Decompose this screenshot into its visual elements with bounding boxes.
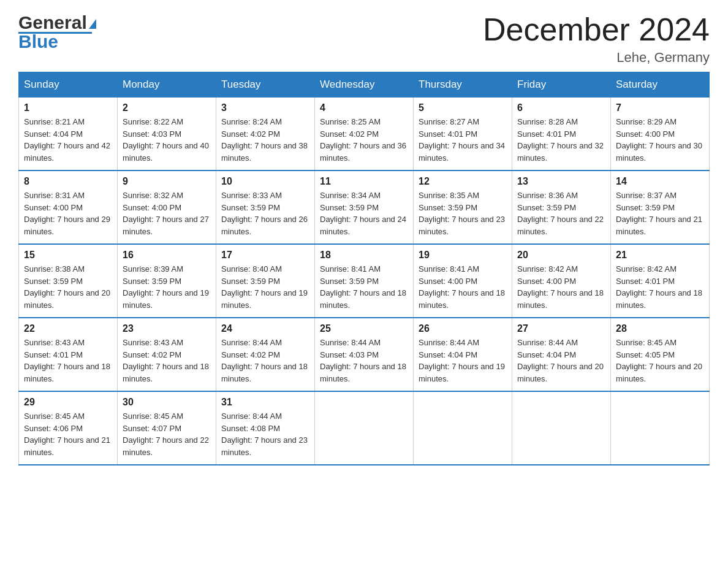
logo-general-text: General bbox=[18, 12, 87, 33]
calendar-week-3: 15 Sunrise: 8:38 AM Sunset: 3:59 PM Dayl… bbox=[19, 244, 710, 318]
day-info: Sunrise: 8:37 AM Sunset: 3:59 PM Dayligh… bbox=[616, 190, 704, 237]
title-area: December 2024 Lehe, Germany bbox=[483, 12, 710, 66]
day-number: 1 bbox=[24, 102, 112, 113]
col-monday: Monday bbox=[118, 72, 216, 98]
table-row: 2 Sunrise: 8:22 AM Sunset: 4:03 PM Dayli… bbox=[118, 98, 216, 171]
day-info: Sunrise: 8:39 AM Sunset: 3:59 PM Dayligh… bbox=[123, 263, 211, 311]
day-number: 14 bbox=[616, 176, 704, 187]
day-number: 21 bbox=[616, 250, 704, 261]
calendar-header-row: Sunday Monday Tuesday Wednesday Thursday… bbox=[19, 72, 710, 98]
day-number: 4 bbox=[320, 102, 408, 113]
day-number: 12 bbox=[419, 176, 507, 187]
day-info: Sunrise: 8:38 AM Sunset: 3:59 PM Dayligh… bbox=[24, 263, 112, 311]
table-row: 16 Sunrise: 8:39 AM Sunset: 3:59 PM Dayl… bbox=[118, 244, 216, 318]
table-row: 7 Sunrise: 8:29 AM Sunset: 4:00 PM Dayli… bbox=[611, 98, 710, 171]
table-row: 1 Sunrise: 8:21 AM Sunset: 4:04 PM Dayli… bbox=[19, 98, 118, 171]
day-info: Sunrise: 8:22 AM Sunset: 4:03 PM Dayligh… bbox=[123, 116, 211, 164]
day-info: Sunrise: 8:45 AM Sunset: 4:05 PM Dayligh… bbox=[616, 337, 704, 385]
table-row: 23 Sunrise: 8:43 AM Sunset: 4:02 PM Dayl… bbox=[118, 318, 216, 391]
day-number: 24 bbox=[221, 323, 309, 334]
table-row: 11 Sunrise: 8:34 AM Sunset: 3:59 PM Dayl… bbox=[315, 170, 414, 244]
day-info: Sunrise: 8:43 AM Sunset: 4:02 PM Dayligh… bbox=[123, 337, 211, 385]
col-sunday: Sunday bbox=[19, 72, 118, 98]
table-row: 24 Sunrise: 8:44 AM Sunset: 4:02 PM Dayl… bbox=[216, 318, 315, 391]
table-row: 5 Sunrise: 8:27 AM Sunset: 4:01 PM Dayli… bbox=[414, 98, 512, 171]
table-row: 17 Sunrise: 8:40 AM Sunset: 3:59 PM Dayl… bbox=[216, 244, 315, 318]
table-row: 27 Sunrise: 8:44 AM Sunset: 4:04 PM Dayl… bbox=[512, 318, 611, 391]
table-row: 26 Sunrise: 8:44 AM Sunset: 4:04 PM Dayl… bbox=[414, 318, 512, 391]
logo-blue-text: Blue bbox=[18, 31, 58, 52]
day-number: 3 bbox=[221, 102, 309, 113]
calendar-week-1: 1 Sunrise: 8:21 AM Sunset: 4:04 PM Dayli… bbox=[19, 98, 710, 171]
day-number: 13 bbox=[517, 176, 605, 187]
day-info: Sunrise: 8:33 AM Sunset: 3:59 PM Dayligh… bbox=[221, 190, 309, 237]
table-row: 29 Sunrise: 8:45 AM Sunset: 4:06 PM Dayl… bbox=[19, 391, 118, 465]
day-number: 25 bbox=[320, 323, 408, 334]
day-info: Sunrise: 8:27 AM Sunset: 4:01 PM Dayligh… bbox=[419, 116, 507, 164]
table-row: 14 Sunrise: 8:37 AM Sunset: 3:59 PM Dayl… bbox=[611, 170, 710, 244]
day-info: Sunrise: 8:41 AM Sunset: 4:00 PM Dayligh… bbox=[419, 263, 507, 311]
col-wednesday: Wednesday bbox=[315, 72, 414, 98]
day-number: 23 bbox=[123, 323, 211, 334]
day-number: 31 bbox=[221, 397, 309, 408]
col-thursday: Thursday bbox=[414, 72, 512, 98]
day-info: Sunrise: 8:24 AM Sunset: 4:02 PM Dayligh… bbox=[221, 116, 309, 164]
day-info: Sunrise: 8:42 AM Sunset: 4:00 PM Dayligh… bbox=[517, 263, 605, 311]
calendar-week-4: 22 Sunrise: 8:43 AM Sunset: 4:01 PM Dayl… bbox=[19, 318, 710, 391]
table-row: 18 Sunrise: 8:41 AM Sunset: 3:59 PM Dayl… bbox=[315, 244, 414, 318]
day-info: Sunrise: 8:35 AM Sunset: 3:59 PM Dayligh… bbox=[419, 190, 507, 237]
table-row: 19 Sunrise: 8:41 AM Sunset: 4:00 PM Dayl… bbox=[414, 244, 512, 318]
day-info: Sunrise: 8:31 AM Sunset: 4:00 PM Dayligh… bbox=[24, 190, 112, 237]
table-row: 9 Sunrise: 8:32 AM Sunset: 4:00 PM Dayli… bbox=[118, 170, 216, 244]
day-number: 19 bbox=[419, 250, 507, 261]
location: Lehe, Germany bbox=[483, 50, 710, 66]
day-number: 7 bbox=[616, 102, 704, 113]
day-info: Sunrise: 8:29 AM Sunset: 4:00 PM Dayligh… bbox=[616, 116, 704, 164]
day-number: 10 bbox=[221, 176, 309, 187]
table-row: 20 Sunrise: 8:42 AM Sunset: 4:00 PM Dayl… bbox=[512, 244, 611, 318]
day-number: 30 bbox=[123, 397, 211, 408]
table-row: 28 Sunrise: 8:45 AM Sunset: 4:05 PM Dayl… bbox=[611, 318, 710, 391]
day-info: Sunrise: 8:44 AM Sunset: 4:02 PM Dayligh… bbox=[221, 337, 309, 385]
table-row: 10 Sunrise: 8:33 AM Sunset: 3:59 PM Dayl… bbox=[216, 170, 315, 244]
table-row bbox=[512, 391, 611, 465]
day-number: 17 bbox=[221, 250, 309, 261]
day-number: 9 bbox=[123, 176, 211, 187]
day-number: 8 bbox=[24, 176, 112, 187]
day-number: 11 bbox=[320, 176, 408, 187]
day-info: Sunrise: 8:21 AM Sunset: 4:04 PM Dayligh… bbox=[24, 116, 112, 164]
day-info: Sunrise: 8:45 AM Sunset: 4:07 PM Dayligh… bbox=[123, 410, 211, 458]
day-number: 2 bbox=[123, 102, 211, 113]
month-title: December 2024 bbox=[483, 12, 710, 47]
table-row: 21 Sunrise: 8:42 AM Sunset: 4:01 PM Dayl… bbox=[611, 244, 710, 318]
day-number: 20 bbox=[517, 250, 605, 261]
day-info: Sunrise: 8:42 AM Sunset: 4:01 PM Dayligh… bbox=[616, 263, 704, 311]
table-row: 13 Sunrise: 8:36 AM Sunset: 3:59 PM Dayl… bbox=[512, 170, 611, 244]
day-info: Sunrise: 8:40 AM Sunset: 3:59 PM Dayligh… bbox=[221, 263, 309, 311]
day-info: Sunrise: 8:32 AM Sunset: 4:00 PM Dayligh… bbox=[123, 190, 211, 237]
table-row bbox=[414, 391, 512, 465]
table-row: 25 Sunrise: 8:44 AM Sunset: 4:03 PM Dayl… bbox=[315, 318, 414, 391]
day-info: Sunrise: 8:28 AM Sunset: 4:01 PM Dayligh… bbox=[517, 116, 605, 164]
day-number: 15 bbox=[24, 250, 112, 261]
calendar-week-5: 29 Sunrise: 8:45 AM Sunset: 4:06 PM Dayl… bbox=[19, 391, 710, 465]
day-number: 18 bbox=[320, 250, 408, 261]
day-number: 6 bbox=[517, 102, 605, 113]
calendar-week-2: 8 Sunrise: 8:31 AM Sunset: 4:00 PM Dayli… bbox=[19, 170, 710, 244]
table-row: 22 Sunrise: 8:43 AM Sunset: 4:01 PM Dayl… bbox=[19, 318, 118, 391]
table-row bbox=[611, 391, 710, 465]
day-info: Sunrise: 8:44 AM Sunset: 4:04 PM Dayligh… bbox=[419, 337, 507, 385]
day-number: 22 bbox=[24, 323, 112, 334]
col-tuesday: Tuesday bbox=[216, 72, 315, 98]
page-header: General Blue December 2024 Lehe, Germany bbox=[18, 12, 710, 66]
day-number: 16 bbox=[123, 250, 211, 261]
col-friday: Friday bbox=[512, 72, 611, 98]
day-info: Sunrise: 8:44 AM Sunset: 4:04 PM Dayligh… bbox=[517, 337, 605, 385]
day-info: Sunrise: 8:34 AM Sunset: 3:59 PM Dayligh… bbox=[320, 190, 408, 237]
day-info: Sunrise: 8:43 AM Sunset: 4:01 PM Dayligh… bbox=[24, 337, 112, 385]
day-info: Sunrise: 8:25 AM Sunset: 4:02 PM Dayligh… bbox=[320, 116, 408, 164]
table-row: 30 Sunrise: 8:45 AM Sunset: 4:07 PM Dayl… bbox=[118, 391, 216, 465]
col-saturday: Saturday bbox=[611, 72, 710, 98]
day-number: 28 bbox=[616, 323, 704, 334]
day-info: Sunrise: 8:36 AM Sunset: 3:59 PM Dayligh… bbox=[517, 190, 605, 237]
